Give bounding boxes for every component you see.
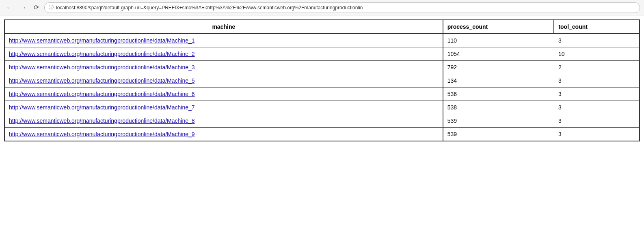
table-header-row: machine process_count tool_count xyxy=(4,20,640,34)
process-count-cell: 110 xyxy=(443,34,554,47)
results-table: machine process_count tool_count http://… xyxy=(4,19,640,141)
machine-cell: http://www.semanticweb.org/manufacturing… xyxy=(4,88,443,101)
tool-count-cell: 10 xyxy=(554,47,640,61)
table-row: http://www.semanticweb.org/manufacturing… xyxy=(4,88,640,101)
tool-count-cell: 3 xyxy=(554,128,640,141)
table-row: http://www.semanticweb.org/manufacturing… xyxy=(4,74,640,88)
process-count-cell: 538 xyxy=(443,101,554,114)
table-row: http://www.semanticweb.org/manufacturing… xyxy=(4,101,640,114)
machine-cell: http://www.semanticweb.org/manufacturing… xyxy=(4,34,443,47)
process-count-cell: 539 xyxy=(443,128,554,141)
tool-count-cell: 2 xyxy=(554,61,640,74)
lock-icon: ⓘ xyxy=(49,4,54,11)
machine-link[interactable]: http://www.semanticweb.org/manufacturing… xyxy=(9,91,195,97)
machine-link[interactable]: http://www.semanticweb.org/manufacturing… xyxy=(9,37,195,44)
table-row: http://www.semanticweb.org/manufacturing… xyxy=(4,61,640,74)
tool-count-cell: 3 xyxy=(554,88,640,101)
tool-count-column-header: tool_count xyxy=(554,20,640,34)
tool-count-cell: 3 xyxy=(554,101,640,114)
browser-toolbar: ← → ⟳ ⓘ localhost:8890/sparql?default-gr… xyxy=(0,0,644,15)
machine-cell: http://www.semanticweb.org/manufacturing… xyxy=(4,47,443,61)
process-count-cell: 134 xyxy=(443,74,554,88)
process-count-cell: 1054 xyxy=(443,47,554,61)
process-count-cell: 536 xyxy=(443,88,554,101)
process-count-column-header: process_count xyxy=(443,20,554,34)
table-row: http://www.semanticweb.org/manufacturing… xyxy=(4,34,640,47)
tool-count-cell: 3 xyxy=(554,114,640,128)
machine-cell: http://www.semanticweb.org/manufacturing… xyxy=(4,74,443,88)
tool-count-cell: 3 xyxy=(554,74,640,88)
machine-link[interactable]: http://www.semanticweb.org/manufacturing… xyxy=(9,51,195,57)
machine-cell: http://www.semanticweb.org/manufacturing… xyxy=(4,61,443,74)
machine-link[interactable]: http://www.semanticweb.org/manufacturing… xyxy=(9,77,195,84)
machine-cell: http://www.semanticweb.org/manufacturing… xyxy=(4,128,443,141)
process-count-cell: 792 xyxy=(443,61,554,74)
tool-count-cell: 3 xyxy=(554,34,640,47)
machine-link[interactable]: http://www.semanticweb.org/manufacturing… xyxy=(9,118,195,124)
process-count-cell: 539 xyxy=(443,114,554,128)
table-row: http://www.semanticweb.org/manufacturing… xyxy=(4,114,640,128)
back-button[interactable]: ← xyxy=(4,3,15,12)
address-bar[interactable]: ⓘ localhost:8890/sparql?default-graph-ur… xyxy=(44,2,640,13)
table-row: http://www.semanticweb.org/manufacturing… xyxy=(4,128,640,141)
machine-column-header: machine xyxy=(4,20,443,34)
machine-cell: http://www.semanticweb.org/manufacturing… xyxy=(4,114,443,128)
machine-link[interactable]: http://www.semanticweb.org/manufacturing… xyxy=(9,64,195,71)
forward-button[interactable]: → xyxy=(18,3,28,12)
machine-link[interactable]: http://www.semanticweb.org/manufacturing… xyxy=(9,104,195,111)
machine-link[interactable]: http://www.semanticweb.org/manufacturing… xyxy=(9,131,195,137)
url-text: localhost:8890/sparql?default-graph-uri=… xyxy=(56,5,363,11)
refresh-button[interactable]: ⟳ xyxy=(32,3,41,12)
page-content: machine process_count tool_count http://… xyxy=(0,15,644,231)
table-row: http://www.semanticweb.org/manufacturing… xyxy=(4,47,640,61)
machine-cell: http://www.semanticweb.org/manufacturing… xyxy=(4,101,443,114)
